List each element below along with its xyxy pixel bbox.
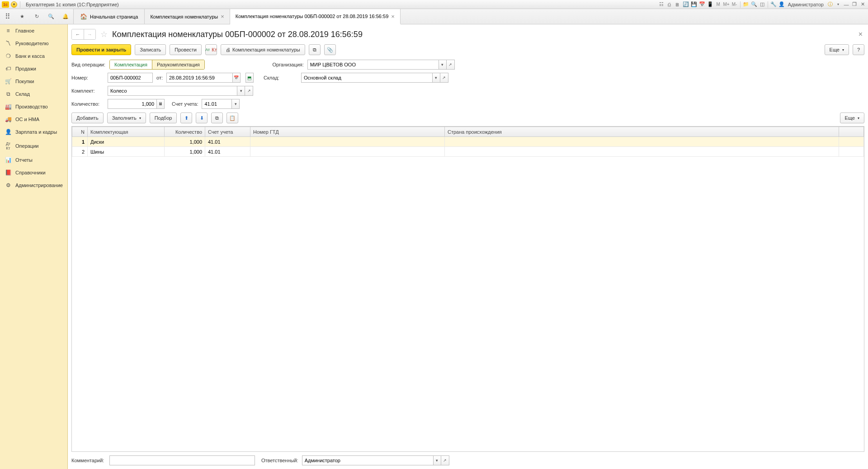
dk-button[interactable]: АтКт (205, 44, 217, 55)
folder-icon[interactable]: 📁 (742, 1, 750, 8)
dk-icon: ДтКт (5, 141, 12, 150)
panels-icon[interactable]: ◫ (759, 1, 766, 8)
col-n[interactable]: N (72, 127, 88, 137)
table-more-button[interactable]: Еще▾ (840, 113, 864, 123)
history-icon[interactable]: ↻ (32, 12, 42, 22)
paste-button[interactable]: 📋 (226, 113, 238, 123)
store-input[interactable] (301, 73, 432, 83)
open-button[interactable]: ↗ (440, 73, 448, 83)
open-button[interactable]: ↗ (245, 86, 253, 96)
write-button[interactable]: Записать (135, 44, 166, 55)
pick-button[interactable]: Подбор (150, 113, 177, 123)
col-country[interactable]: Страна происхождения (445, 127, 839, 137)
tools-icon[interactable]: 🔧 (770, 1, 777, 8)
attach-button[interactable]: 📎 (324, 44, 336, 55)
nav-production[interactable]: 🏭Производство (0, 100, 67, 113)
preview-icon[interactable]: 🗎 (674, 1, 681, 8)
print-button[interactable]: 🖨Комплектация номенклатуры (221, 44, 305, 55)
zoom-icon[interactable]: 🔍 (750, 1, 758, 8)
apps-icon[interactable]: ⠿ (3, 12, 13, 22)
app-menu-button[interactable]: ▾ (11, 1, 17, 8)
tab-home[interactable]: 🏠 Начальная страница (74, 9, 145, 24)
calendar-icon[interactable]: 📅 (698, 1, 706, 8)
nav-stock[interactable]: ⧉Склад (0, 88, 67, 100)
dropdown-button[interactable]: ▾ (237, 86, 245, 96)
info-icon[interactable]: ⓘ (826, 1, 834, 8)
dropdown-button[interactable]: ▾ (231, 99, 240, 109)
tab-item-0[interactable]: Комплектация номенклатуры × (145, 9, 230, 24)
kit-input[interactable] (108, 86, 237, 96)
col-gtd[interactable]: Номер ГТД (250, 127, 445, 137)
move-down-button[interactable]: ⬇ (196, 113, 208, 123)
org-label: Организация: (270, 62, 304, 67)
related-button[interactable]: ⧉ (309, 44, 321, 55)
col-component[interactable]: Комплектующая (88, 127, 165, 137)
caret-down-icon[interactable]: ▾ (835, 1, 842, 8)
save-icon[interactable]: 💾 (690, 1, 698, 8)
tab-close-icon[interactable]: × (391, 13, 395, 20)
op-complect[interactable]: Комплектация (110, 60, 152, 69)
qty-input[interactable] (108, 99, 156, 109)
nav-operations[interactable]: ДтКтОперации (0, 138, 67, 154)
nav-reports[interactable]: 📊Отчеты (0, 154, 67, 166)
date-input[interactable] (166, 73, 232, 83)
forward-button[interactable]: → (84, 29, 95, 39)
nav-catalogs[interactable]: 📕Справочники (0, 166, 67, 179)
m-minus-icon[interactable]: M- (731, 1, 738, 8)
user-name[interactable]: Администратор (786, 2, 826, 7)
nav-purchases[interactable]: 🛒Покупки (0, 75, 67, 88)
open-button[interactable]: ↗ (447, 60, 455, 70)
dropdown-button[interactable]: ▾ (439, 60, 447, 70)
calculator-icon[interactable]: 📱 (707, 1, 714, 8)
favorite-icon[interactable]: ★ (17, 12, 27, 22)
nav-bank[interactable]: ❍Банк и касса (0, 50, 67, 62)
acct-input[interactable] (202, 99, 231, 109)
minimize-icon[interactable]: — (843, 1, 850, 8)
page-close-icon[interactable]: × (857, 30, 864, 38)
col-last[interactable] (839, 127, 864, 137)
move-up-button[interactable]: ⬆ (180, 113, 192, 123)
m-plus-icon[interactable]: M+ (723, 1, 730, 8)
post-and-close-button[interactable]: Провести и закрыть (71, 44, 131, 55)
calculator-button[interactable]: 🖩 (156, 99, 165, 109)
open-button[interactable]: ↗ (441, 455, 449, 465)
fill-button[interactable]: Заполнить▾ (107, 113, 146, 123)
copy-button[interactable]: ⧉ (211, 113, 223, 123)
date-extra-button[interactable]: ⬒ (245, 73, 254, 83)
dropdown-button[interactable]: ▾ (433, 455, 441, 465)
back-button[interactable]: ← (72, 29, 84, 39)
nav-sales[interactable]: 🏷Продажи (0, 62, 67, 75)
nav-main[interactable]: ≡Главное (0, 24, 67, 37)
nav-manager[interactable]: 〽Руководителю (0, 37, 67, 50)
more-button[interactable]: Еще▾ (825, 44, 849, 55)
search-icon[interactable]: 🔍 (46, 12, 56, 22)
comment-input[interactable] (109, 455, 255, 465)
org-input[interactable] (307, 60, 439, 70)
table-row[interactable]: 2Шины1,00041.01 (72, 147, 864, 157)
col-qty[interactable]: Количество (165, 127, 205, 137)
resp-input[interactable] (302, 455, 433, 465)
tab-close-icon[interactable]: × (221, 13, 224, 20)
news-icon[interactable]: ☷ (658, 1, 665, 8)
num-input[interactable] (108, 73, 153, 83)
nav-salary[interactable]: 👤Зарплата и кадры (0, 126, 67, 138)
dropdown-button[interactable]: ▾ (432, 73, 440, 83)
help-button[interactable]: ? (853, 44, 864, 55)
post-button[interactable]: Провести (170, 44, 202, 55)
m-icon[interactable]: M (715, 1, 722, 8)
add-row-button[interactable]: Добавить (71, 113, 104, 123)
notifications-icon[interactable]: 🔔 (61, 12, 71, 22)
chart-up-icon: 〽 (5, 40, 12, 47)
nav-os[interactable]: 🚚ОС и НМА (0, 113, 67, 126)
op-decomplect[interactable]: Разукомплектация (152, 60, 204, 69)
nav-admin[interactable]: ⚙Администрирование (0, 179, 67, 192)
close-icon[interactable]: ✕ (859, 1, 866, 8)
table-row[interactable]: 1Диски1,00041.01 (72, 137, 864, 147)
maximize-icon[interactable]: ❐ (851, 1, 858, 8)
print-icon[interactable]: ⎙ (666, 1, 673, 8)
col-acct[interactable]: Счет учета (205, 127, 250, 137)
favorite-toggle-icon[interactable]: ☆ (99, 29, 109, 39)
calendar-button[interactable]: 📅 (232, 73, 241, 83)
tab-item-1[interactable]: Комплектация номенклатуры 00БП-000002 от… (230, 9, 401, 24)
refresh-icon[interactable]: 🔄 (682, 1, 689, 8)
